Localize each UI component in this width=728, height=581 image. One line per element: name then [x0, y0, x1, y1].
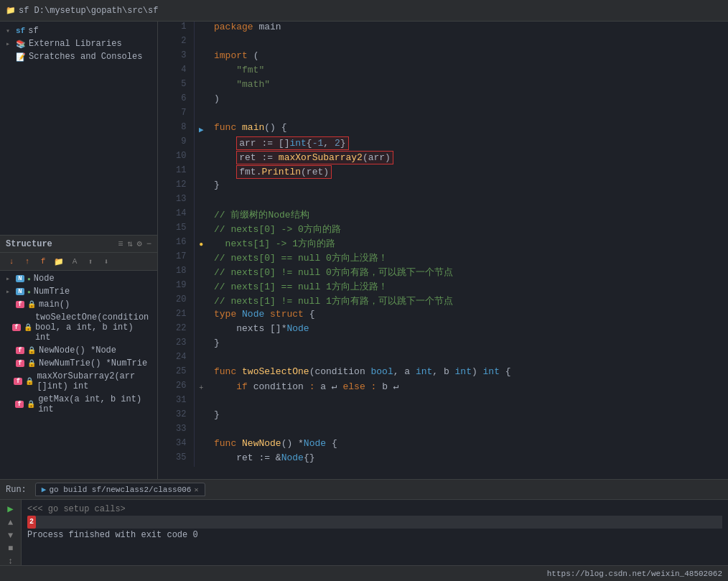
run-up-btn[interactable]: ▲ [8, 518, 13, 528]
close-tab-btn[interactable]: ✕ [194, 485, 198, 494]
gutter-cell [194, 366, 208, 381]
run-sidebar: ▶ ▲ ▼ ■ ↕ [0, 500, 22, 565]
line-number: 14 [158, 208, 194, 223]
table-row: 10 ret := maxXorSubarray2(arr) [158, 151, 728, 165]
struct-item-twoselectone[interactable]: f 🔒 twoSelectOne(condition bool, a int, … [0, 311, 157, 344]
code-line: package main [208, 22, 728, 36]
top-bar: 📁 sf D:\mysetup\gopath\src\sf [0, 0, 728, 22]
code-line: func main() { [208, 122, 728, 136]
table-row: 16 ● nexts[1] -> 1方向的路 [158, 237, 728, 251]
line-number: 32 [158, 409, 194, 424]
run-play-btn[interactable]: ▶ [7, 503, 13, 515]
code-line: func NewNode() *Node { [208, 438, 728, 452]
alpha-filter-btn[interactable]: A [69, 256, 80, 267]
main-area: ▾ sf sf ▸ 📚 External Libraries 📝 Scratch… [0, 22, 728, 479]
gutter-cell [194, 22, 208, 36]
run-stop-btn[interactable]: ■ [8, 544, 13, 554]
struct-item-newnode[interactable]: f 🔒 NewNode() *Node [0, 344, 157, 357]
code-line: // nexts[0] == null 0方向上没路！ [208, 251, 728, 266]
code-line: type Node struct { [208, 309, 728, 323]
run-down-btn[interactable]: ▼ [8, 531, 13, 541]
line-number: 1 [158, 22, 194, 36]
code-editor[interactable]: 1 package main 2 3 import ( [158, 22, 728, 479]
line-number: 15 [158, 223, 194, 237]
list-item: Process finished with exit code 0 [27, 529, 722, 542]
code-line: // nexts[0] != null 0方向有路，可以跳下一个节点 [208, 266, 728, 280]
filter-btn[interactable]: ⇅ [127, 238, 132, 249]
gutter-cell [194, 438, 208, 452]
line-number: 25 [158, 366, 194, 381]
struct-item-main[interactable]: f 🔒 main() [0, 298, 157, 311]
run-content: ▶ ▲ ▼ ■ ↕ <<< go setup calls> 2 Process … [0, 500, 728, 565]
gutter-cell [194, 424, 208, 438]
dot-green-icon: ● [27, 276, 31, 282]
line-number: 33 [158, 424, 194, 438]
collapse-btn[interactable]: ↑ [22, 256, 33, 267]
gutter-cell [194, 136, 208, 151]
line-number: 8 [158, 122, 194, 136]
node-label: Node [34, 274, 55, 284]
gutter-cell [194, 323, 208, 338]
badge-f: f [16, 347, 24, 354]
line-number: 17 [158, 251, 194, 266]
table-row: 13 [158, 194, 728, 208]
gutter-cell [194, 294, 208, 309]
project-path[interactable]: 📁 sf D:\mysetup\gopath\src\sf [6, 6, 158, 16]
struct-item-getmax[interactable]: f 🔒 getMax(a int, b int) int [0, 393, 157, 416]
line-number: 9 [158, 136, 194, 151]
code-line: // nexts[1] != null 1方向有路，可以跳下一个节点 [208, 294, 728, 309]
code-scroll[interactable]: 1 package main 2 3 import ( [158, 22, 728, 479]
line-number: 11 [158, 165, 194, 180]
struct-item-numtrie[interactable]: ▸ N ● NumTrie [0, 285, 157, 298]
sidebar-item-scratches[interactable]: 📝 Scratches and Consoles [0, 50, 157, 63]
sidebar: ▾ sf sf ▸ 📚 External Libraries 📝 Scratch… [0, 22, 158, 479]
table-row: 7 [158, 108, 728, 122]
folder-icon: 📁 [6, 6, 16, 15]
sf-icon: sf [16, 27, 25, 35]
gutter-cell [194, 395, 208, 409]
badge-n: N [16, 275, 24, 282]
lock-icon: 🔒 [25, 377, 34, 386]
nav-down-btn[interactable]: ⬇ [101, 256, 112, 267]
sort-btn[interactable]: ≡ [118, 239, 123, 249]
status-url: https://blog.csdn.net/weixin_48502062 [547, 570, 722, 578]
line-number: 7 [158, 108, 194, 122]
settings-btn[interactable]: ⚙ [137, 238, 142, 249]
run-tab[interactable]: ▶ go build sf/newclass2/class006 ✕ [35, 483, 205, 496]
gutter-cell [194, 223, 208, 237]
run-icon: ▶ [42, 485, 47, 494]
run-output: <<< go setup calls> 2 Process finished w… [22, 500, 728, 565]
arrow-icon: ▸ [6, 274, 13, 283]
close-btn[interactable]: − [146, 239, 151, 249]
code-line: } [208, 180, 728, 194]
sidebar-item-sf[interactable]: ▾ sf sf [0, 24, 157, 37]
table-row: 23 } [158, 338, 728, 352]
struct-item-newnumtrie[interactable]: f 🔒 NewNumTrie() *NumTrie [0, 357, 157, 370]
maxxor-label: maxXorSubarray2(arr []int) int [37, 371, 151, 391]
lock-icon: 🔒 [27, 359, 36, 368]
table-row: 17 // nexts[0] == null 0方向上没路！ [158, 251, 728, 266]
gutter-cell [194, 309, 208, 323]
expand-btn[interactable]: ↓ [6, 256, 17, 267]
output-badge: 2 [27, 516, 36, 529]
struct-item-maxxor[interactable]: f 🔒 maxXorSubarray2(arr []int) int [0, 370, 157, 393]
folder-filter-btn[interactable]: 📁 [53, 256, 65, 267]
table-row: 12 } [158, 180, 728, 194]
sidebar-item-external[interactable]: ▸ 📚 External Libraries [0, 37, 157, 50]
code-line: "fmt" [208, 65, 728, 79]
nav-up-btn[interactable]: ⬆ [85, 256, 96, 267]
badge-n: N [16, 288, 24, 295]
main-label: main() [39, 299, 70, 310]
code-line: } [208, 338, 728, 352]
type-filter-btn[interactable]: f [37, 256, 49, 267]
gutter-cell [194, 165, 208, 180]
gutter-cell [194, 251, 208, 266]
run-scroll-btn[interactable]: ↕ [8, 557, 13, 565]
code-line: fmt.Println(ret) [208, 165, 728, 180]
code-line [208, 352, 728, 366]
highlight-box: arr := []int{-1, 2} [236, 136, 348, 150]
struct-item-node[interactable]: ▸ N ● Node [0, 272, 157, 285]
line-number: 19 [158, 280, 194, 294]
highlight-box: fmt.Println(ret) [236, 165, 332, 179]
line-number: 12 [158, 180, 194, 194]
